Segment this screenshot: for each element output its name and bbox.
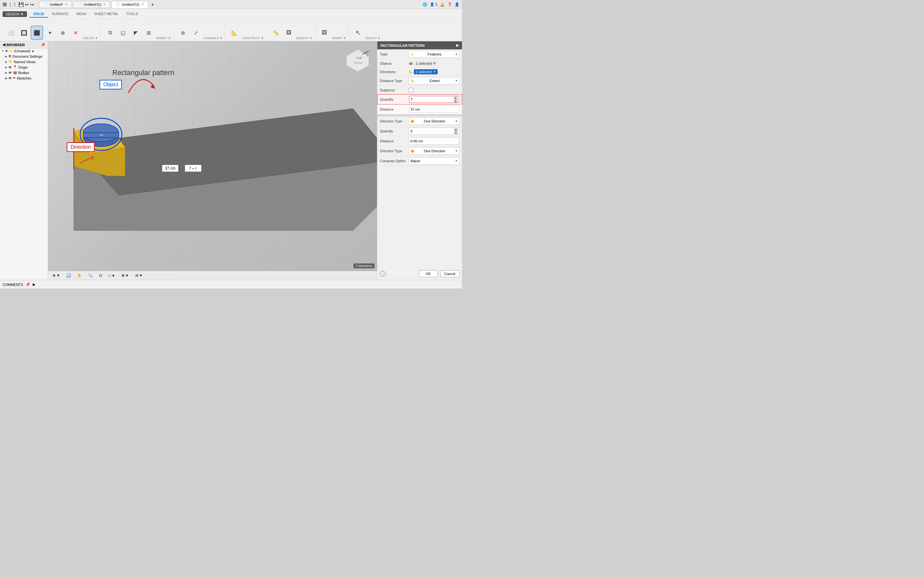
help-icon[interactable]: ❓ — [447, 2, 452, 7]
cloud-icon[interactable]: 🌐 — [423, 2, 427, 7]
app-menu-icon[interactable]: ⊞ — [3, 1, 7, 7]
tab-tools[interactable]: TOOLS — [122, 11, 142, 18]
quantity-value[interactable]: 7 ▲▼ — [185, 165, 202, 172]
insert-btn[interactable]: 🖼 — [318, 26, 330, 40]
browser-item-origin[interactable]: ▶ 👁 📍 Origin — [0, 64, 48, 70]
tab-untitled[interactable]: 📄 Untitled* ✕ — [39, 1, 72, 8]
combine-btn[interactable]: ⊞ — [142, 26, 155, 40]
directions-clear[interactable]: ✕ — [433, 70, 436, 73]
display-tool[interactable]: ⊞ ▼ — [120, 273, 131, 278]
measurement-display: 37 cm ⋮ 7 ▲▼ — [162, 165, 202, 172]
snap-tool[interactable]: ⊕ ▼ — [51, 273, 62, 278]
tab-close-1[interactable]: ✕ — [103, 3, 106, 6]
assemble-label[interactable]: ASSEMBLE ▼ — [204, 37, 223, 40]
type-select[interactable]: ⚡ Features ▼ — [409, 51, 459, 58]
grid-tool[interactable]: ⊟ ▼ — [134, 273, 145, 278]
viewport[interactable]: → Rectangular pattern Object Direction — [48, 41, 377, 280]
cancel-button[interactable]: Cancel — [440, 270, 459, 277]
delete-btn[interactable]: ✕ — [69, 26, 81, 40]
account-icon[interactable]: 👤 — [455, 2, 459, 7]
app-grid-icon[interactable]: ⋮⋮ — [8, 2, 17, 7]
objects-clear[interactable]: ✕ — [433, 61, 436, 65]
objects-chip[interactable]: 1 selected ✕ — [414, 61, 438, 66]
panel-row-disttype: Distance Type 📏 Extent ▼ — [377, 76, 462, 86]
new-tab-button[interactable]: + — [150, 1, 156, 8]
browser-item-bodies[interactable]: ▶ 👁 📦 Bodies — [0, 70, 48, 75]
browser-item-namedviews[interactable]: ▶ 📁 Named Views — [0, 59, 48, 64]
panel-expand-icon[interactable]: ▶ — [456, 43, 459, 47]
view-cube-tool[interactable]: □ ▼ — [107, 273, 117, 278]
tab-surface[interactable]: SURFACE — [48, 11, 73, 18]
pattern-btn[interactable]: ⬛ — [31, 26, 43, 40]
create-label[interactable]: CREATE ▼ — [83, 37, 98, 40]
mirror-btn[interactable]: ✦ — [44, 26, 56, 40]
bodies-icon: 📦 — [13, 71, 17, 75]
assemble-btn[interactable]: ⊕ — [177, 26, 189, 40]
create-more-btn[interactable]: ⊕ — [57, 26, 69, 40]
disttype-select[interactable]: 📏 Extent ▼ — [409, 77, 459, 84]
measure-btn[interactable]: 📏 — [270, 26, 282, 40]
quantity2-spinner[interactable]: ▲ ▼ — [454, 128, 458, 134]
browser-item-unsaved[interactable]: ▼ 👁 📁 (Unsaved) ● — [0, 48, 48, 53]
press-pull-btn[interactable]: ⧉ — [104, 26, 116, 40]
construct-btn[interactable]: 📐 — [228, 26, 241, 40]
directions-chip[interactable]: 1 selected ✕ — [414, 69, 438, 74]
browser-item-sketches[interactable]: ▶ 👁 ✏ Sketches — [0, 75, 48, 81]
browser-pin-icon[interactable]: 📌 — [41, 43, 45, 47]
save-icon[interactable]: 💾 — [18, 2, 24, 7]
orbit-tool[interactable]: 🔄 — [65, 273, 73, 278]
dirtype1-select[interactable]: 🔶 One Direction ▼ — [409, 118, 459, 125]
zoom-tool[interactable]: 🔍 — [86, 273, 95, 278]
tab-untitled1[interactable]: 📄 Untitled*(1) ✕ — [73, 1, 110, 8]
inspect-label[interactable]: INSPECT ▼ — [296, 37, 312, 40]
section-btn[interactable]: 🖼 — [283, 26, 295, 40]
joint-btn[interactable]: ⤢ — [190, 26, 202, 40]
dirtype2-select[interactable]: 🔶 One Direction ▼ — [409, 147, 459, 155]
tab-solid[interactable]: SOLID — [29, 11, 48, 18]
qty2-up[interactable]: ▲ — [454, 128, 458, 131]
compute-select[interactable]: Adjust ▼ — [409, 157, 459, 164]
suppress-checkbox[interactable] — [409, 88, 413, 92]
quantity1-input[interactable]: 7 ▲ ▼ — [409, 96, 459, 103]
modify-label[interactable]: MODIFY ▼ — [156, 37, 171, 40]
browser-item-docsettings[interactable]: ▶ ⚙ Document Settings — [0, 53, 48, 59]
browser-collapse-icon[interactable]: ◀ — [3, 43, 5, 47]
design-dropdown[interactable]: DESIGN ▼ — [3, 11, 27, 17]
pattern-icon: ⬛ — [33, 29, 41, 37]
tab-mesh[interactable]: MESH — [73, 11, 90, 18]
qty2-down[interactable]: ▼ — [454, 131, 458, 134]
ok-button[interactable]: OK — [419, 270, 438, 277]
quantity2-input[interactable]: 3 ▲ ▼ — [409, 127, 459, 135]
user-count: 👤 1 — [430, 2, 437, 6]
info-icon[interactable]: i — [380, 271, 386, 277]
tab-close-0[interactable]: ✕ — [65, 3, 68, 6]
tab-untitled2[interactable]: 📄 Untitled*(2) ✕ — [111, 1, 148, 8]
construct-label[interactable]: CONSTRUCT ▼ — [242, 37, 264, 40]
distance1-input[interactable]: 37 cm — [409, 106, 459, 113]
undo-icon[interactable]: ↩ — [25, 2, 29, 7]
extrude-btn[interactable]: 🔲 — [18, 26, 30, 40]
chamfer-btn[interactable]: ◤ — [129, 26, 142, 40]
qty-spinner[interactable]: ▲▼ — [192, 167, 197, 170]
select-label[interactable]: SELECT ▼ — [366, 37, 381, 40]
comments-expand[interactable]: ▶ — [33, 282, 35, 287]
distance2-label: Distance — [380, 139, 409, 143]
bell-icon[interactable]: 🔔 — [440, 2, 445, 7]
fillet-btn[interactable]: ◱ — [117, 26, 129, 40]
pan-tool[interactable]: ✋ — [75, 273, 84, 278]
tab-sheetmetal[interactable]: SHEET METAL — [90, 11, 122, 18]
distance-value[interactable]: 37 cm — [162, 165, 178, 172]
comments-pin[interactable]: 📌 — [26, 282, 30, 287]
insert-label[interactable]: INSERT ▼ — [332, 37, 346, 40]
measure-icon: 📏 — [272, 29, 280, 37]
tab-close-2[interactable]: ✕ — [142, 3, 144, 6]
qty1-up[interactable]: ▲ — [454, 97, 457, 99]
zoom-fit-tool[interactable]: ⊡ — [97, 273, 104, 278]
select-btn[interactable]: ↖ — [352, 26, 365, 40]
redo-icon[interactable]: ↪ — [30, 2, 34, 7]
nav-cube[interactable]: TOP FRONT — [345, 48, 371, 73]
distance2-input[interactable]: 0.00 cm — [409, 137, 459, 145]
quantity1-spinner[interactable]: ▲ ▼ — [454, 97, 457, 103]
new-component-btn[interactable]: ⬜ — [5, 26, 17, 40]
qty1-down[interactable]: ▼ — [454, 100, 457, 103]
